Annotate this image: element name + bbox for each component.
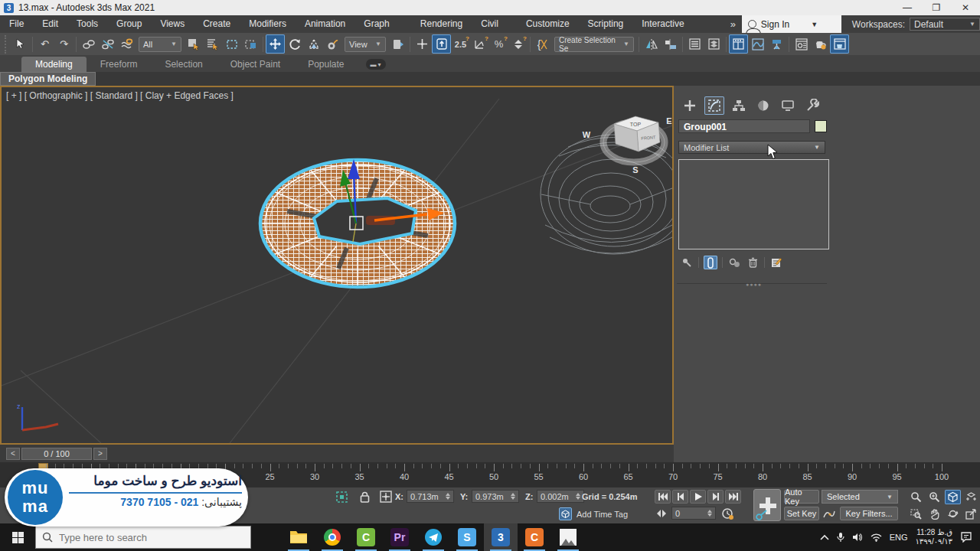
create-tab[interactable] [680, 96, 700, 115]
close-button[interactable]: ✕ [951, 0, 980, 15]
taskbar-app-chrome[interactable] [315, 523, 349, 551]
hierarchy-tab[interactable] [729, 96, 749, 115]
current-frame-field[interactable]: 0 [671, 507, 716, 520]
select-and-move-button[interactable] [266, 34, 285, 54]
menu-item-scripting[interactable]: Scripting [579, 15, 633, 33]
time-slider-value[interactable]: 0 / 100 [21, 448, 92, 460]
object-name-field[interactable]: Group001 [678, 119, 810, 133]
ribbon-tab-populate[interactable]: Populate [294, 57, 358, 72]
key-filters-button[interactable]: Key Filters... [840, 507, 898, 520]
ribbon-tab-object-paint[interactable]: Object Paint [217, 57, 294, 72]
zoom-region-button[interactable] [908, 507, 924, 521]
rectangular-selection-region-icon[interactable] [222, 34, 241, 54]
panel-divider-handle[interactable]: ●●●● [677, 283, 827, 284]
zoom-button[interactable] [908, 490, 924, 504]
taskbar-app-telegram[interactable] [416, 523, 450, 551]
wifi-icon[interactable] [871, 533, 882, 542]
schematic-view-button[interactable] [767, 34, 786, 54]
menu-item-animation[interactable]: Animation [296, 15, 354, 33]
mirror-button[interactable] [642, 34, 661, 54]
restore-button[interactable]: ❐ [922, 0, 951, 15]
align-button[interactable] [661, 34, 680, 54]
display-tab[interactable] [778, 96, 798, 115]
select-and-manipulate-icon[interactable] [413, 34, 432, 54]
zoom-extents-all-button[interactable] [963, 490, 979, 504]
show-end-result-button[interactable] [704, 256, 717, 269]
window-crossing-toggle-icon[interactable] [241, 34, 260, 54]
modifier-stack-list[interactable] [678, 159, 829, 249]
bind-to-space-warp-icon[interactable] [117, 34, 136, 54]
angle-snap-button[interactable]: ? [470, 34, 489, 54]
undo-button[interactable]: ↶ [35, 34, 54, 54]
maximize-viewport-toggle[interactable] [963, 507, 979, 521]
percent-snap-button[interactable]: %? [489, 34, 508, 54]
next-frame-arrow[interactable]: > [93, 448, 107, 460]
selection-lock-icon[interactable] [357, 490, 372, 504]
key-steps-icon[interactable] [822, 507, 837, 520]
minimize-button[interactable]: — [893, 0, 922, 15]
menu-item-tools[interactable]: Tools [67, 15, 107, 33]
ribbon-tab-freeform[interactable]: Freeform [87, 57, 152, 72]
absolute-mode-icon[interactable] [378, 490, 394, 504]
viewport-label[interactable]: [ + ] [ Orthographic ] [ Standard ] [ Cl… [6, 90, 234, 101]
named-selection-sets-icon[interactable]: { [533, 34, 552, 54]
taskbar-app-camtasia-recorder[interactable]: C [518, 523, 551, 551]
snaps-toggle-button[interactable] [432, 34, 451, 54]
menu-item-customize[interactable]: Customize [517, 15, 579, 33]
taskbar-app-3ds-max[interactable]: 3 [484, 523, 518, 551]
z-coord-field[interactable]: 0.002m [537, 490, 584, 503]
pin-stack-button[interactable] [680, 256, 694, 269]
render-production-button[interactable] [811, 34, 830, 54]
menu-item-rendering[interactable]: Rendering [411, 15, 472, 33]
go-to-end-button[interactable] [725, 490, 741, 504]
play-button[interactable] [690, 490, 706, 504]
select-and-rotate-button[interactable] [285, 34, 304, 54]
set-keys-button[interactable] [753, 489, 781, 521]
motion-tab[interactable] [753, 96, 773, 115]
use-pivot-center-icon[interactable] [388, 34, 407, 54]
make-unique-button[interactable] [727, 256, 741, 269]
menu-item-group[interactable]: Group [107, 15, 151, 33]
menu-item-views[interactable]: Views [151, 15, 194, 33]
select-by-name-icon[interactable] [203, 34, 222, 54]
select-object-button[interactable] [11, 34, 30, 54]
toggle-ribbon-button[interactable] [729, 34, 748, 54]
zoom-all-button[interactable] [926, 490, 942, 504]
zoom-extents-button[interactable] [945, 490, 961, 504]
auto-key-button[interactable]: Auto Key [784, 490, 819, 504]
taskbar-app-photos[interactable] [551, 523, 585, 551]
polygon-modeling-panel-tab[interactable]: Polygon Modeling [0, 72, 96, 86]
configure-modifier-sets-button[interactable] [769, 256, 783, 269]
menu-item-interactive[interactable]: Interactive [632, 15, 693, 33]
utilities-tab[interactable] [802, 96, 822, 115]
select-and-link-icon[interactable] [79, 34, 98, 54]
modifier-list-dropdown[interactable]: Modifier List ▼ [678, 141, 825, 154]
unlink-selection-icon[interactable] [98, 34, 117, 54]
previous-frame-arrow[interactable]: < [6, 448, 20, 460]
tray-clock[interactable]: ق.ظ 11:28 ۱۳۹۹/۰۹/۱۳ [915, 528, 952, 546]
reference-coordinate-dropdown[interactable]: View▼ [345, 37, 386, 52]
x-coord-field[interactable]: 0.713m [407, 490, 454, 503]
menu-item-graph-editors[interactable]: Graph Editors [354, 15, 411, 33]
ribbon-tab-modeling[interactable]: Modeling [21, 57, 87, 72]
render-setup-button[interactable] [792, 34, 811, 54]
workspace-dropdown[interactable]: Default ▼ [910, 18, 980, 31]
next-frame-button[interactable] [707, 490, 724, 504]
y-coord-field[interactable]: 0.973m [472, 490, 519, 503]
add-time-tag-button[interactable]: Add Time Tag [559, 507, 628, 520]
rendered-frame-window-button[interactable] [830, 34, 849, 54]
redo-button[interactable]: ↷ [54, 34, 74, 54]
menu-item-create[interactable]: Create [194, 15, 240, 33]
taskbar-app-camtasia[interactable]: C [349, 523, 383, 551]
taskbar-app-skype[interactable]: S [450, 523, 484, 551]
tray-chevron-icon[interactable] [820, 534, 829, 540]
selection-filter-dropdown[interactable]: All▼ [139, 37, 181, 52]
toggle-layer-explorer-button[interactable] [704, 34, 724, 54]
object-color-swatch[interactable] [815, 120, 827, 132]
snap-25d-button[interactable]: 2.5? [451, 34, 470, 54]
search-input[interactable] [59, 532, 227, 543]
ribbon-tab-selection[interactable]: Selection [151, 57, 216, 72]
spinner-snap-button[interactable]: ? [508, 34, 528, 54]
toggle-scene-explorer-button[interactable] [685, 34, 704, 54]
select-and-place-button[interactable] [323, 34, 342, 54]
